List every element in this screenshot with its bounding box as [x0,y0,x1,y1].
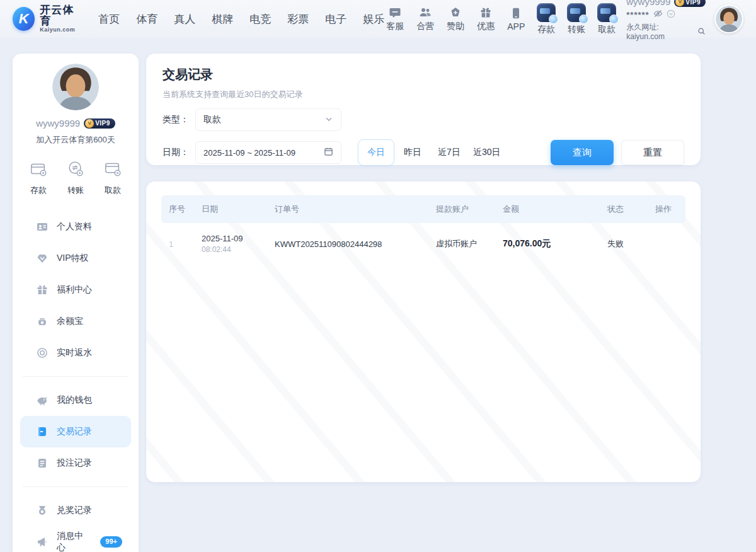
transfer-label-top: 转账 [568,24,585,35]
main-nav: 首页 体育 真人 棋牌 电竞 彩票 电子 娱乐 [98,12,384,26]
app-download-button[interactable]: APP [505,7,527,32]
page-subtitle: 当前系统支持查询最近30日的交易记录 [163,89,684,100]
deposit-button-top[interactable]: 存款 [536,3,557,35]
transfer-outline-icon [66,159,85,181]
col-index: 序号 [161,204,194,215]
sidebar-item-vip[interactable]: VIP特权 [20,243,131,274]
transfer-icon [567,3,586,22]
promotions-button[interactable]: 优惠 [475,6,496,32]
sidebar-vip-medal-icon: V [85,119,94,128]
avatar[interactable] [714,4,743,33]
piggy-bank-icon [37,394,48,406]
date-label: 日期： [163,147,195,158]
sidebar-username: wywy9999 [36,118,80,129]
sidebar-item-transactions[interactable]: 交易记录 [20,416,131,447]
preset-7days[interactable]: 近7日 [431,139,467,166]
welfare-gift-icon [37,284,48,296]
col-action: 操作 [648,204,685,215]
chevron-down-circle-icon[interactable] [667,9,675,22]
search-button[interactable]: 查询 [551,140,614,165]
user-info: wywy9999 V VIP9 ****** 永久网址: kaiyun.com [626,0,706,42]
reset-button[interactable]: 重置 [621,140,684,165]
nav-slots[interactable]: 电子 [325,12,346,26]
membership-days: 加入开云体育第600天 [13,134,139,146]
cell-amount: 70,076.00元 [495,238,600,250]
customer-service-button[interactable]: 客服 [384,6,406,32]
money-pot-icon [37,316,48,327]
sidebar-quick-actions: 存款 转账 取款 [13,159,139,196]
sidebar-item-prizes[interactable]: 兑奖记录 [20,495,131,526]
records-table: 序号 日期 订单号 提款账户 金额 状态 操作 1 2025-11-09 08:… [146,181,701,482]
sidebar-transfer-button[interactable]: 转账 [66,159,85,196]
sidebar-item-welfare[interactable]: 福利中心 [20,274,131,306]
page-title: 交易记录 [163,66,684,83]
cell-account: 虚拟币账户 [428,238,495,250]
customer-service-label: 客服 [386,21,404,32]
topbar: K 开云体育 Kaiyun.com 首页 体育 真人 棋牌 电竞 彩票 电子 娱… [0,0,756,38]
sponsor-button[interactable]: 赞助 [445,6,466,32]
sponsor-diamond-icon [449,6,462,19]
nav-home[interactable]: 首页 [98,12,120,26]
vip-gem-icon [37,253,48,264]
username: wywy9999 [626,0,670,8]
sponsor-label: 赞助 [447,21,464,32]
bet-record-icon [37,457,48,469]
table-header: 序号 日期 订单号 提款账户 金额 状态 操作 [161,195,685,223]
card-outline-icon [103,159,122,181]
brand-logo-icon: K [13,7,35,31]
sidebar-avatar[interactable] [52,64,99,110]
preset-today[interactable]: 今日 [358,139,394,166]
cell-order-no: KWWT202511090802444298 [267,239,428,249]
search-icon[interactable] [697,26,706,39]
wallet-outline-icon [29,159,48,181]
preset-yesterday[interactable]: 昨日 [394,139,431,166]
transfer-button-top[interactable]: 转账 [566,3,587,35]
eye-off-icon[interactable] [653,9,663,22]
partnership-button[interactable]: 合营 [415,6,436,32]
partners-icon [419,6,432,19]
megaphone-icon [37,536,48,548]
nav-entertainment[interactable]: 娱乐 [363,12,384,26]
withdraw-label-top: 取款 [598,24,616,35]
rebate-circle-icon [37,347,48,359]
vip-badge: V VIP9 [674,0,706,7]
sidebar-item-rebate[interactable]: 实时返水 [20,337,131,369]
chat-bubble-icon [389,6,401,19]
nav-esports[interactable]: 电竞 [249,12,271,26]
brand-domain: Kaiyun.com [40,27,82,33]
type-select[interactable]: 取款 [195,108,341,131]
app-download-label: APP [507,21,525,32]
nav-sports[interactable]: 体育 [136,12,158,26]
sidebar-deposit-button[interactable]: 存款 [29,159,48,196]
id-card-icon [37,221,48,233]
menu-divider [23,486,129,487]
permanent-url: 永久网址: kaiyun.com [626,23,694,42]
brand-logo[interactable]: K 开云体育 Kaiyun.com [13,4,82,33]
date-presets: 今日 昨日 近7日 近30日 [358,139,507,166]
sidebar-item-bets[interactable]: 投注记录 [20,447,131,479]
date-range-input[interactable]: 2025-11-09 ~ 2025-11-09 [195,141,341,164]
preset-30days[interactable]: 近30日 [467,139,507,166]
col-date: 日期 [194,204,267,215]
nav-cards[interactable]: 棋牌 [212,12,233,26]
withdraw-button-top[interactable]: 取款 [596,3,617,35]
sidebar-menu: 个人资料 VIP特权 福利中心 余额宝 实时返水 [13,211,139,552]
sidebar: wywy9999 V VIP9 加入开云体育第600天 存款 转账 取款 [13,54,139,552]
sidebar-item-yuebao[interactable]: 余额宝 [20,306,131,337]
nav-live[interactable]: 真人 [174,12,195,26]
cell-index: 1 [161,239,194,249]
sidebar-item-wallet[interactable]: 我的钱包 [20,384,131,416]
table-row: 1 2025-11-09 08:02:44 KWWT20251109080244… [161,223,685,265]
sidebar-vip-badge: V VIP9 [84,118,115,129]
brand-name: 开云体育 [40,4,82,27]
sidebar-item-profile[interactable]: 个人资料 [20,211,131,243]
sidebar-item-messages[interactable]: 消息中心 99+ [20,526,131,552]
type-label: 类型： [163,114,195,125]
message-count-badge: 99+ [100,536,122,547]
deposit-icon [537,3,556,22]
deposit-label-top: 存款 [537,24,555,35]
prize-medal-icon [37,505,48,516]
sidebar-withdraw-button[interactable]: 取款 [103,159,122,196]
promotions-label: 优惠 [477,21,495,32]
nav-lottery[interactable]: 彩票 [287,12,309,26]
